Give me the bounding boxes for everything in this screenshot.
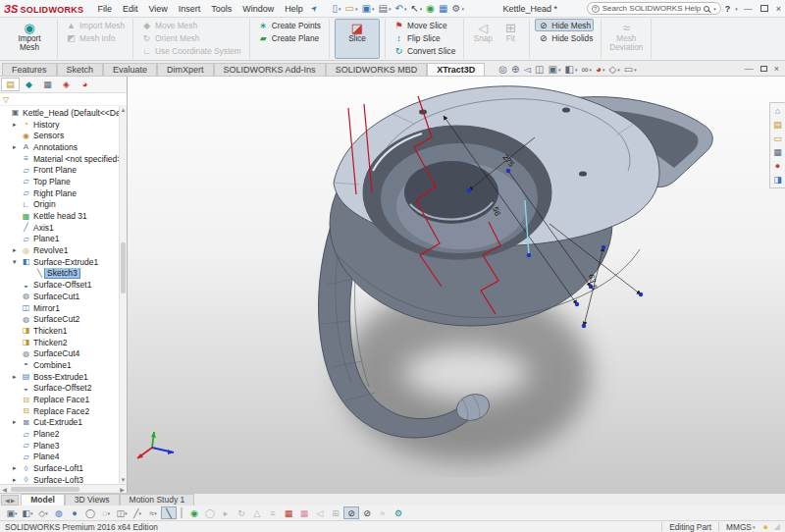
expand-arrow-icon[interactable] bbox=[13, 246, 21, 254]
minimize-button[interactable]: — bbox=[744, 4, 753, 14]
expand-arrow-icon[interactable] bbox=[13, 464, 21, 472]
tree-item[interactable]: ▱ Plane2 bbox=[0, 428, 127, 440]
scrollbar-thumb[interactable] bbox=[121, 242, 126, 293]
view-toolbar-button[interactable]: ◁ ▾ bbox=[312, 506, 328, 519]
doc-restore-button[interactable] bbox=[760, 66, 767, 72]
command-tab[interactable]: SOLIDWORKS Add-Ins bbox=[214, 63, 326, 76]
expand-arrow-icon[interactable] bbox=[13, 418, 21, 426]
heads-up-button[interactable]: ∞ ▾ bbox=[581, 64, 592, 75]
ribbon-button[interactable]: ↻ Convert Slice bbox=[391, 44, 458, 57]
search-input[interactable]: Search SOLIDWORKS Help bbox=[602, 4, 701, 13]
view-toolbar-button[interactable]: ≡ ▾ bbox=[265, 506, 281, 519]
filter-funnel-icon[interactable]: ▽ bbox=[3, 95, 9, 104]
doc-minimize-button[interactable]: — bbox=[745, 64, 754, 74]
task-pane-button[interactable]: ▭ bbox=[773, 133, 782, 143]
ribbon-button[interactable]: ∗ Create Points bbox=[255, 19, 324, 31]
restore-button[interactable] bbox=[760, 5, 768, 12]
quick-access-button[interactable]: ◉ ▾ bbox=[425, 3, 436, 14]
heads-up-button[interactable]: ▭ ▾ bbox=[624, 64, 637, 75]
view-toolbar-button[interactable]: ▸ ▾ bbox=[218, 506, 234, 519]
scroll-right-icon[interactable]: ▶ bbox=[11, 497, 16, 504]
tree-item[interactable]: ◨ Thicken2 bbox=[0, 337, 127, 348]
menu-item[interactable]: Insert bbox=[179, 4, 201, 14]
task-pane-button[interactable]: ▤ bbox=[773, 120, 782, 130]
ribbon-button[interactable]: ▲ Import Mesh bbox=[63, 19, 128, 31]
doc-close-button[interactable]: × bbox=[774, 64, 779, 74]
ribbon-button[interactable]: ⊘ Hide Mesh bbox=[535, 19, 594, 31]
quick-access-button[interactable]: ▯ ▾ bbox=[332, 3, 342, 14]
ribbon-button[interactable]: ∟ Use Coordinate System bbox=[138, 44, 244, 57]
command-tab[interactable]: Sketch bbox=[57, 63, 104, 76]
command-tab[interactable]: Evaluate bbox=[103, 63, 157, 76]
heads-up-button[interactable]: ▣ ▾ bbox=[548, 64, 560, 75]
command-tab[interactable]: XTract3D bbox=[427, 63, 485, 76]
tree-item[interactable]: ◨ Thicken1 bbox=[0, 325, 127, 337]
task-pane-button[interactable]: ◨ bbox=[773, 175, 782, 185]
tree-item[interactable]: ◍ SurfaceCut4 bbox=[0, 347, 127, 359]
tree-item[interactable]: ∟ Origin bbox=[0, 199, 127, 211]
view-toolbar-button[interactable]: ≈ ▾ bbox=[375, 506, 391, 519]
scroll-left-icon[interactable]: ◀ bbox=[5, 497, 10, 504]
menu-item[interactable]: File bbox=[97, 4, 112, 14]
scroll-left-icon[interactable]: ◀ bbox=[0, 486, 9, 493]
pin-menu-icon[interactable]: ➤ bbox=[309, 3, 320, 14]
chevron-down-icon[interactable]: ▾ bbox=[713, 6, 716, 12]
feature-manager-tab[interactable]: ▦ bbox=[38, 78, 57, 91]
tree-item[interactable]: A Annotations bbox=[0, 141, 127, 153]
tree-item[interactable]: ⊠ Cut-Extrude1 bbox=[0, 417, 127, 429]
help-button[interactable]: ? bbox=[725, 4, 731, 14]
ribbon-button[interactable]: ⊘ Hide Solids bbox=[535, 31, 596, 44]
quick-access-button[interactable]: ⚙ ▾ bbox=[451, 3, 465, 14]
view-toolbar-button[interactable]: ▦ ▾ bbox=[281, 506, 296, 519]
heads-up-button[interactable]: ◫ ▾ bbox=[535, 64, 544, 75]
heads-up-button[interactable]: ⊕ ▾ bbox=[511, 64, 519, 75]
tree-item[interactable]: ▱ Plane4 bbox=[0, 452, 127, 463]
tree-item[interactable]: ◔ History bbox=[0, 119, 127, 131]
ribbon-button[interactable]: ◉ Import Mesh bbox=[7, 19, 52, 59]
heads-up-button[interactable]: ◇ ▾ bbox=[609, 64, 620, 75]
tree-item[interactable]: ▱ Right Plane bbox=[0, 187, 127, 199]
quick-access-button[interactable]: ▭ ▾ bbox=[344, 3, 359, 14]
command-tab[interactable]: SOLIDWORKS MBD bbox=[326, 63, 428, 76]
scroll-right-icon[interactable]: ▶ bbox=[118, 486, 127, 493]
ribbon-button[interactable]: ↕ Flip Slice bbox=[391, 31, 444, 44]
heads-up-button[interactable]: ◅ ▾ bbox=[523, 64, 531, 75]
expand-arrow-icon[interactable] bbox=[13, 258, 21, 266]
tag-icon[interactable]: ● bbox=[762, 522, 767, 532]
heads-up-button[interactable]: ◎ ▾ bbox=[498, 64, 507, 75]
tree-vertical-scrollbar[interactable]: ▲ ▼ bbox=[119, 106, 127, 484]
ribbon-button[interactable]: ◪ Slice bbox=[335, 19, 380, 59]
quick-access-button[interactable]: ↶ ▾ bbox=[394, 3, 408, 14]
view-toolbar-button[interactable]: ≈ ▾ bbox=[145, 506, 161, 519]
feature-manager-tab[interactable]: ◕ bbox=[76, 78, 94, 91]
view-toolbar-button[interactable]: ⊞ ▾ bbox=[328, 506, 343, 519]
view-toolbar-button[interactable]: ◧ ▾ bbox=[20, 506, 35, 519]
ribbon-button[interactable]: ◁ Snap bbox=[469, 19, 497, 59]
task-pane-button[interactable]: ⌂ bbox=[775, 106, 780, 116]
graphics-viewport[interactable]: 275 56 63.5 ⌂▤▭▦●◨ bbox=[128, 77, 785, 493]
units-selector[interactable]: MMGS bbox=[726, 522, 752, 532]
sheet-tab-scroll[interactable]: ◀▶ bbox=[1, 495, 19, 505]
tree-item[interactable]: ◒ Surface-Offset1 bbox=[0, 279, 127, 291]
feature-manager-tab[interactable]: ▤ bbox=[1, 78, 20, 91]
menu-item[interactable]: Edit bbox=[123, 4, 138, 14]
heads-up-button[interactable]: ◕ ▾ bbox=[596, 64, 605, 75]
tree-item[interactable]: ◧ Surface-Extrude1 bbox=[0, 256, 127, 268]
view-toolbar-button[interactable]: ◇ ▾ bbox=[35, 506, 51, 519]
tree-item[interactable]: ▣ Kettle_Head (Default<<Default>_Displ bbox=[0, 107, 127, 119]
feature-manager-tab[interactable]: ◈ bbox=[57, 78, 76, 91]
view-toolbar-button[interactable]: ◉ ▾ bbox=[186, 506, 202, 519]
view-toolbar-button[interactable]: ◫ ▾ bbox=[114, 506, 130, 519]
tree-item[interactable]: ▦ Kettle head 31 bbox=[0, 210, 127, 222]
expand-arrow-icon[interactable] bbox=[13, 121, 21, 129]
menu-item[interactable]: Window bbox=[242, 4, 274, 14]
view-toolbar-button[interactable]: ● ▾ bbox=[67, 506, 82, 519]
tree-horizontal-scrollbar[interactable]: ◀ ▶ bbox=[0, 484, 127, 493]
scroll-up-icon[interactable]: ▲ bbox=[120, 107, 127, 113]
tree-item[interactable]: ◉ Sensors bbox=[0, 130, 127, 141]
ribbon-button[interactable]: ≈ Mesh Deviation bbox=[606, 19, 646, 59]
heads-up-button[interactable]: ◧ ▾ bbox=[564, 64, 577, 75]
view-toolbar-button[interactable]: ⊘ ▾ bbox=[359, 506, 375, 519]
view-toolbar-button[interactable]: ╱ ▾ bbox=[130, 506, 145, 519]
tree-item[interactable]: ◊ Surface-Loft1 bbox=[0, 462, 127, 474]
